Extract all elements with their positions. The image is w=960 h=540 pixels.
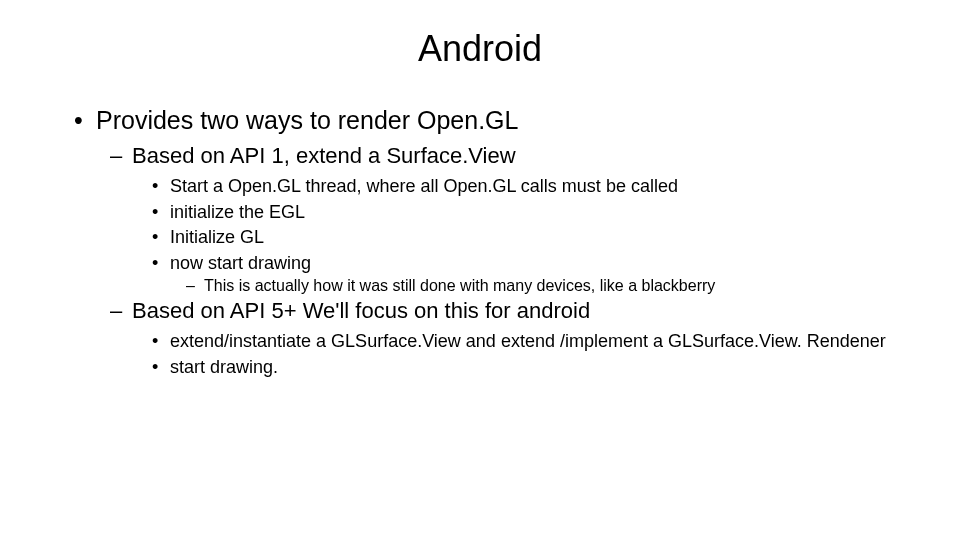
bullet-level3: now start drawing (74, 252, 960, 275)
bullet-level2: Based on API 5+ We'll focus on this for … (74, 298, 960, 324)
bullet-level3: Start a Open.GL thread, where all Open.G… (74, 175, 960, 198)
bullet-level3: Initialize GL (74, 226, 960, 249)
bullet-level4: This is actually how it was still done w… (74, 277, 960, 295)
slide-content: Provides two ways to render Open.GL Base… (0, 106, 960, 378)
slide-title: Android (0, 28, 960, 70)
bullet-level3: start drawing. (74, 356, 960, 379)
bullet-level3: extend/instantiate a GLSurface.View and … (74, 330, 960, 353)
slide: Android Provides two ways to render Open… (0, 0, 960, 540)
bullet-level1: Provides two ways to render Open.GL (74, 106, 960, 135)
bullet-level3: initialize the EGL (74, 201, 960, 224)
bullet-level2: Based on API 1, extend a Surface.View (74, 143, 960, 169)
